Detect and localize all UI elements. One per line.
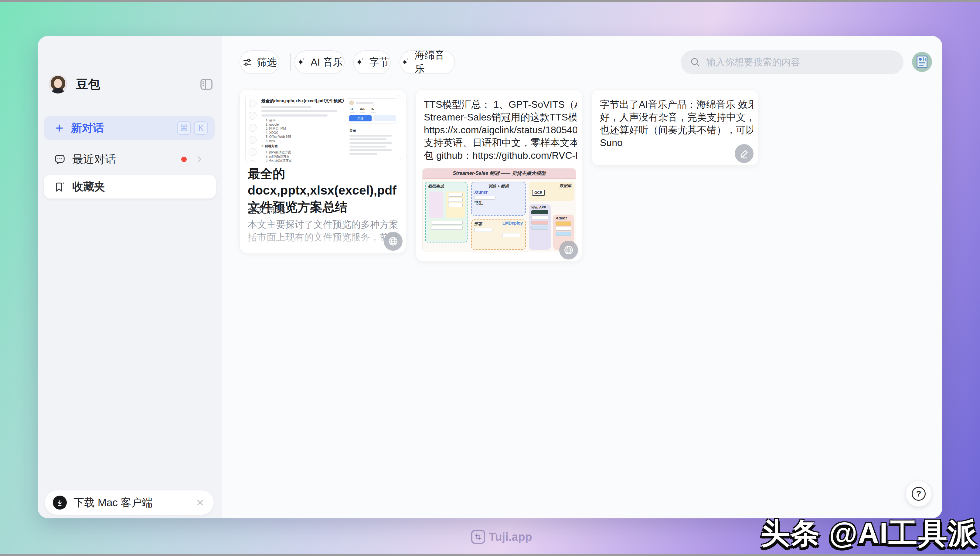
globe-icon bbox=[563, 245, 574, 255]
close-icon[interactable] bbox=[196, 498, 205, 507]
toolbar-separator bbox=[290, 53, 291, 71]
card-section-label: 全文总结 bbox=[248, 204, 285, 217]
avatar-face bbox=[54, 79, 62, 88]
diagram-title: Streamer-Sales 销冠 —— 卖货主播大模型 bbox=[423, 168, 576, 179]
card-description-line: 本文主要探讨了文件预览的多种方案，包 bbox=[248, 218, 399, 231]
tag-chip-byte[interactable]: 字节 bbox=[353, 50, 391, 74]
search-icon bbox=[690, 57, 701, 68]
thumb-author-stats: 31 476 86 bbox=[350, 107, 395, 113]
credit-watermark: 头条 @AI工具派 bbox=[761, 514, 978, 554]
globe-icon bbox=[388, 236, 399, 247]
thumb-secondary-button bbox=[374, 115, 396, 121]
source-link-button[interactable] bbox=[559, 241, 578, 260]
user-avatar[interactable] bbox=[49, 75, 67, 94]
thumb-list-item: 3. docx的预览方案 bbox=[261, 158, 344, 162]
chat-bubble-icon bbox=[54, 154, 66, 165]
diagram-section-train: 训练 + 微调 Xtuner 书生 bbox=[471, 182, 526, 216]
k-key-badge: K bbox=[194, 121, 208, 135]
sliders-icon bbox=[242, 57, 252, 67]
card-text-line: TTS模型汇总： 1、GPT-SoVITS（AI 卖货主播 bbox=[424, 98, 577, 111]
favorite-card-tts-models[interactable]: TTS模型汇总： 1、GPT-SoVITS（AI 卖货主播 Streamer-S… bbox=[416, 89, 582, 261]
recent-chats-label: 最近对话 bbox=[72, 152, 116, 167]
tag-chip-label: AI 音乐 bbox=[310, 55, 343, 69]
card-text-line: 包 github：https://github.com/RVC-Boss/GP bbox=[424, 149, 577, 162]
help-button[interactable]: ? bbox=[906, 481, 932, 507]
thumb-list-item: 4. XDOC bbox=[261, 131, 344, 135]
filter-button[interactable]: 筛选 bbox=[239, 50, 279, 74]
card-text: TTS模型汇总： 1、GPT-SoVITS（AI 卖货主播 Streamer-S… bbox=[424, 98, 577, 162]
sidebar-item-favorites[interactable]: 收藏夹 bbox=[44, 175, 216, 199]
thumb-author-name-bar bbox=[356, 102, 374, 104]
unread-dot-badge bbox=[181, 157, 187, 162]
thumb-list: 1. pptx的预览方案 2. pdf的预览方案 3. docx的预览方案 4.… bbox=[261, 150, 344, 162]
favorite-card-doc-preview[interactable]: 最全的docx,pptx,xlsx(excel),pdf文件预览方案总结 1. … bbox=[239, 89, 406, 253]
diagram-section-deploy: 部署 LMDeploy bbox=[471, 220, 526, 250]
card-text-line: Suno bbox=[600, 136, 753, 149]
note-edit-button[interactable] bbox=[735, 144, 754, 163]
thumb-author-card: 31 476 86 关注 bbox=[347, 99, 398, 123]
workspace-avatar[interactable] bbox=[912, 52, 932, 72]
download-icon bbox=[53, 496, 67, 509]
thumb-toc-heading: 目录 bbox=[349, 128, 396, 133]
source-link-button[interactable] bbox=[384, 232, 403, 251]
bookmark-star-icon bbox=[54, 181, 66, 192]
cmd-key-badge: ⌘ bbox=[177, 121, 191, 135]
tag-chip-label: 海绵音乐 bbox=[415, 48, 454, 76]
tuji-watermark: Tuji.app bbox=[471, 530, 532, 544]
thumb-follow-button: 关注 bbox=[349, 115, 372, 121]
thumb-list-item: 5. Office Web 365 bbox=[261, 135, 344, 139]
diagram-section-webapp: Web APP bbox=[529, 204, 551, 250]
thumb-meta-bar bbox=[261, 106, 311, 108]
thumb-toc-card: 目录 bbox=[347, 126, 398, 157]
card-text-line: Streamer-Sales销冠用的这款TTS模型， bbox=[424, 111, 577, 123]
thumb-paragraph-bar bbox=[261, 115, 328, 116]
screenshot-top-strip bbox=[0, 0, 980, 2]
favorite-card-haimian-music[interactable]: 字节出了AI音乐产品：海绵音乐 效果非常 好，人声没有杂音，完美支持中文，音乐 … bbox=[592, 89, 758, 166]
thumb-list-item: 2. google bbox=[261, 123, 344, 127]
chevron-right-icon bbox=[195, 155, 204, 164]
shortcut-badges: ⌘ K bbox=[177, 121, 208, 135]
avatar-body bbox=[52, 88, 64, 94]
card-text: 字节出了AI音乐产品：海绵音乐 效果非常 好，人声没有杂音，完美支持中文，音乐 … bbox=[600, 98, 753, 149]
search-bar[interactable] bbox=[681, 50, 904, 74]
sparkle-icon bbox=[354, 57, 365, 67]
tuji-watermark-label: Tuji.app bbox=[489, 530, 532, 543]
sidebar-item-new-chat[interactable]: 新对话 ⌘ K bbox=[44, 116, 215, 140]
diagram-section-datagen: 数据生成 bbox=[425, 182, 467, 242]
card-text-line: 字节出了AI音乐产品：海绵音乐 效果非常 bbox=[600, 98, 753, 111]
thumb-list-item: 1. pptx的预览方案 bbox=[261, 150, 344, 155]
thumb-article-body: 最全的docx,pptx,xlsx(excel),pdf文件预览方案总结 1. … bbox=[261, 99, 344, 162]
thumb-section-heading: 2. 前端方案 bbox=[261, 144, 344, 149]
diagram-section-database: 数据库 OCR bbox=[529, 182, 574, 201]
search-input[interactable] bbox=[706, 57, 896, 68]
thumb-right-panel: 31 476 86 关注 目录 bbox=[347, 99, 398, 157]
panel-collapse-icon bbox=[199, 77, 214, 92]
app-window: 豆包 新对话 ⌘ K bbox=[38, 36, 942, 518]
download-mac-client-banner[interactable]: 下载 Mac 客户端 bbox=[45, 490, 214, 515]
favorites-label: 收藏夹 bbox=[72, 179, 105, 194]
sidebar-item-recent-chats[interactable]: 最近对话 bbox=[44, 148, 216, 171]
card-text-line: 好，人声没有杂音，完美支持中文，音乐 bbox=[600, 111, 753, 123]
sparkle-icon bbox=[296, 57, 306, 67]
filter-label: 筛选 bbox=[257, 55, 277, 69]
tag-chip-ai-music[interactable]: AI 音乐 bbox=[294, 50, 344, 74]
thumb-list-item: 2. pdf的预览方案 bbox=[261, 155, 344, 159]
card-text-line: 支持英语、日语和中文，零样本文本到语音（T bbox=[424, 136, 577, 149]
screenshot-bottom-strip bbox=[0, 554, 980, 556]
article-thumbnail: 最全的docx,pptx,xlsx(excel),pdf文件预览方案总结 1. … bbox=[245, 95, 401, 162]
thumb-paragraph-bar bbox=[261, 110, 337, 112]
card-description-line: 括市面上现有的文件预览服务，前端处理 bbox=[248, 231, 399, 244]
thumb-list-item: 3. 阿里云 IMM bbox=[261, 126, 344, 131]
thumb-list-item: 1. 效率 bbox=[261, 118, 344, 123]
thumb-list: 1. 效率 2. google 3. 阿里云 IMM 4. XDOC 5. Of… bbox=[261, 118, 344, 143]
collapse-sidebar-button[interactable] bbox=[199, 77, 214, 92]
thumb-article-title: 最全的docx,pptx,xlsx(excel),pdf文件预览方案总结 bbox=[261, 99, 344, 104]
card-text-line: https://x.com/aigclink/status/1805405022… bbox=[424, 123, 577, 136]
card-text-line: 也还算好听（间奏尤其不错），可以媲美 bbox=[600, 123, 753, 136]
thumb-list-item: 6. wps bbox=[261, 139, 344, 143]
tag-chip-haimian-music[interactable]: 海绵音乐 bbox=[399, 50, 455, 74]
sparkle-icon bbox=[400, 57, 411, 67]
download-banner-label: 下载 Mac 客户端 bbox=[73, 496, 153, 510]
plus-icon bbox=[54, 123, 65, 133]
question-icon: ? bbox=[912, 487, 926, 501]
